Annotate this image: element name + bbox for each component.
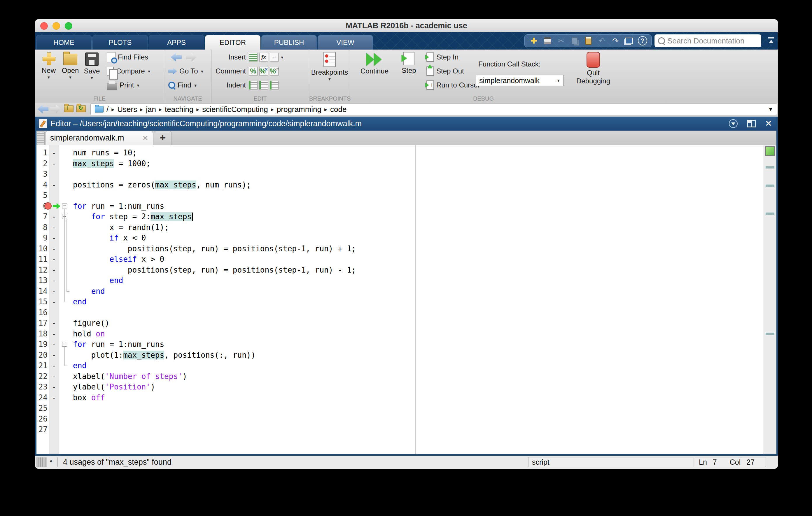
line-number[interactable]: 11 — [36, 254, 48, 265]
code-line-6[interactable]: 6for run = 1:num_runs — [36, 201, 763, 212]
print-dropdown-caret[interactable]: ▼ — [136, 83, 140, 88]
cut-icon[interactable]: ✂ — [556, 36, 566, 46]
line-number[interactable]: 20 — [36, 350, 48, 361]
code-line-11[interactable]: 11- elseif x > 0 — [36, 254, 763, 265]
code-line-8[interactable]: 8- x = randn(1); — [36, 222, 763, 233]
editor-actions-icon[interactable] — [729, 119, 737, 128]
folder-forward-icon[interactable] — [50, 105, 61, 113]
undo-icon[interactable]: ↶ — [597, 36, 607, 46]
indent-left-icon[interactable] — [270, 81, 279, 90]
toolstrip-tab-home[interactable]: HOME — [36, 35, 92, 50]
usage-indicator-mark[interactable] — [765, 185, 774, 187]
line-number[interactable]: 14 — [36, 286, 48, 297]
line-number[interactable]: 27 — [36, 424, 48, 435]
toolstrip-tab-plots[interactable]: PLOTS — [92, 35, 148, 50]
message-indicator-bar[interactable] — [763, 145, 776, 454]
smart-indent-icon[interactable] — [249, 81, 258, 90]
statusbar-expand-icon[interactable]: ▴ — [50, 457, 53, 464]
analyzer-status-indicator[interactable] — [765, 146, 775, 156]
find-dropdown-caret[interactable]: ▼ — [194, 83, 198, 88]
minimize-ribbon-button[interactable] — [768, 37, 775, 44]
code-editor-area[interactable]: 1-num_runs = 10;2-max_steps = 1000;34-po… — [36, 145, 776, 454]
line-number[interactable]: 25 — [36, 403, 48, 414]
breadcrumb-segment[interactable]: scientificComputing — [202, 105, 268, 114]
line-number[interactable]: 16 — [36, 307, 48, 318]
redo-icon[interactable]: ↷ — [610, 36, 620, 46]
line-number[interactable]: 18 — [36, 329, 48, 339]
code-line-21[interactable]: 21-end — [36, 360, 763, 371]
line-number[interactable]: 2 — [36, 158, 48, 169]
toolstrip-tab-apps[interactable]: APPS — [149, 35, 204, 50]
fold-toggle-icon[interactable] — [62, 204, 67, 208]
statusbar-grip[interactable] — [36, 457, 47, 467]
help-icon[interactable]: ? — [638, 36, 647, 45]
compare-dropdown-caret[interactable]: ▼ — [147, 69, 151, 74]
tab-close-icon[interactable]: ✕ — [142, 134, 148, 142]
copy-icon[interactable] — [570, 36, 580, 46]
step-out-button[interactable]: Step Out — [427, 65, 464, 77]
fold-toggle-icon[interactable] — [62, 342, 67, 346]
code-line-27[interactable]: 27 — [36, 424, 763, 435]
save-dropdown-caret[interactable]: ▼ — [90, 76, 94, 80]
code-line-9[interactable]: 9- if x < 0 — [36, 233, 763, 243]
document-tab[interactable]: simplerandomwalk.m ✕ — [45, 131, 153, 145]
switch-windows-icon[interactable] — [624, 36, 634, 46]
usage-indicator-mark[interactable] — [765, 333, 774, 335]
code-line-25[interactable]: 25 — [36, 403, 763, 414]
breadcrumb-segment[interactable]: programming — [277, 105, 321, 114]
insert-function-icon[interactable]: fx — [259, 53, 268, 62]
line-number[interactable]: 8 — [36, 222, 48, 233]
toolstrip-tab-editor[interactable]: EDITOR — [205, 35, 260, 50]
breakpoints-dropdown-caret[interactable]: ▼ — [328, 77, 331, 81]
code-line-26[interactable]: 26 — [36, 414, 763, 424]
code-line-18[interactable]: 18-hold on — [36, 329, 763, 339]
new-button[interactable]: New ▼ — [39, 52, 58, 80]
line-number[interactable]: 21 — [36, 360, 48, 371]
breadcrumb-segment[interactable]: teaching — [165, 105, 193, 114]
usage-indicator-mark[interactable] — [765, 213, 774, 215]
usage-indicator-mark[interactable] — [765, 166, 774, 169]
editor-close-icon[interactable]: ✕ — [765, 119, 772, 128]
line-number[interactable]: 23 — [36, 382, 48, 392]
wrap-comments-icon[interactable]: % — [270, 67, 279, 75]
browse-folder-icon[interactable]: ↻ — [77, 105, 86, 112]
back-icon[interactable] — [171, 53, 182, 62]
insert-dropdown-caret[interactable]: ▼ — [280, 55, 284, 60]
code-line-5[interactable]: 5 — [36, 190, 763, 201]
folder-up-icon[interactable]: ↑ — [64, 105, 74, 112]
continue-button[interactable]: Continue — [357, 52, 392, 75]
toolstrip-tab-view[interactable]: VIEW — [318, 35, 373, 50]
breadcrumb[interactable]: /▸Users▸jan▸teaching▸scientificComputing… — [90, 103, 777, 115]
line-number[interactable]: 17 — [36, 318, 48, 329]
open-dropdown-caret[interactable]: ▼ — [68, 75, 72, 80]
line-number[interactable]: 19 — [36, 339, 48, 350]
step-button[interactable]: Step — [397, 52, 420, 74]
save-button[interactable]: Save ▼ — [82, 52, 102, 80]
line-number[interactable]: 15 — [36, 297, 48, 307]
breadcrumb-segment[interactable]: code — [330, 105, 347, 114]
open-button[interactable]: Open ▼ — [61, 52, 80, 80]
breakpoints-button[interactable]: Breakpoints ▼ — [311, 52, 348, 81]
breakpoint-marker[interactable] — [44, 202, 52, 210]
code-line-22[interactable]: 22-xlabel('Number of steps') — [36, 371, 763, 382]
code-line-19[interactable]: 19-for run = 1:num_runs — [36, 339, 763, 350]
line-number[interactable]: 9 — [36, 233, 48, 243]
goto-dropdown-caret[interactable]: ▼ — [200, 69, 204, 74]
line-number[interactable]: 22 — [36, 371, 48, 382]
line-number[interactable]: 5 — [36, 190, 48, 201]
code-line-1[interactable]: 1-num_runs = 10; — [36, 148, 763, 158]
new-dropdown-caret[interactable]: ▼ — [47, 75, 51, 80]
code-line-17[interactable]: 17-figure() — [36, 318, 763, 329]
code-line-23[interactable]: 23-ylabel('Position') — [36, 382, 763, 392]
line-number[interactable]: 10 — [36, 243, 48, 254]
goto-button[interactable]: Go To ▼ — [168, 65, 204, 77]
code-line-12[interactable]: 12- positions(step, run) = positions(ste… — [36, 265, 763, 275]
code-line-10[interactable]: 10- positions(step, run) = positions(ste… — [36, 243, 763, 254]
breadcrumb-segment[interactable]: / — [107, 105, 109, 114]
line-number[interactable]: 3 — [36, 169, 48, 180]
find-button[interactable]: Find ▼ — [168, 79, 198, 91]
code-line-7[interactable]: 7- for step = 2:max_steps — [36, 211, 763, 222]
folder-history-caret[interactable]: ▼ — [768, 107, 773, 113]
folder-back-icon[interactable] — [37, 105, 49, 113]
new-tab-button[interactable]: + — [154, 131, 172, 145]
